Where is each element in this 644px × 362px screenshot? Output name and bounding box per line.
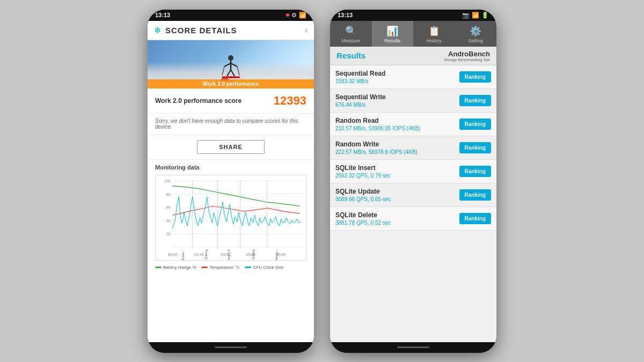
result-name-0: Sequential Read xyxy=(335,70,385,77)
results-title: Results xyxy=(336,51,365,60)
status-icons-right: 📷 📶 🔋 xyxy=(462,12,489,19)
ranking-btn-4[interactable]: Ranking xyxy=(459,166,491,177)
time-right: 13:13 xyxy=(338,12,353,18)
svg-text:Video Editing: Video Editing xyxy=(204,249,208,260)
ranking-btn-1[interactable]: Ranking xyxy=(459,95,491,106)
ranking-btn-0[interactable]: Ranking xyxy=(459,71,491,83)
home-bar-left xyxy=(148,342,314,353)
time-left: 13:13 xyxy=(155,12,170,18)
result-value-6: 3881.78 QPS, 0.52 sec xyxy=(335,220,391,226)
chart-legend: Battery charge % Temperature °C CPU Cloc… xyxy=(148,263,314,272)
home-indicator-right xyxy=(397,346,429,348)
svg-line-3 xyxy=(231,63,237,67)
share-button[interactable]: SHARE xyxy=(197,140,265,154)
chart-area: 100 80 60 40 20 2GHz 1.6GHz 1.2GHz 0.8GH… xyxy=(155,175,306,261)
share-btn-row: SHARE xyxy=(148,135,314,160)
back-icon[interactable]: ‹ xyxy=(305,25,308,35)
result-item-6: SQLite Delete 3881.78 QPS, 0.52 sec Rank… xyxy=(330,207,496,231)
measure-label: Measure xyxy=(341,38,360,43)
androbench-logo: AndroBench Storage Benchmarking Tool xyxy=(444,50,490,62)
androbench-panel: 🔍 Measure 📊 Results 📋 History ⚙️ Setting xyxy=(330,21,496,342)
result-info-2: Random Read 210.57 MB/s, 53906.05 IOPS (… xyxy=(335,117,420,131)
result-info-1: Sequential Write 676.44 MB/s xyxy=(335,93,386,108)
results-header: Results AndroBench Storage Benchmarking … xyxy=(330,47,496,65)
ranking-btn-3[interactable]: Ranking xyxy=(459,142,491,153)
status-bar-right: 13:13 📷 📶 🔋 xyxy=(330,10,496,21)
svg-text:Data Manag...: Data Manag... xyxy=(275,249,278,260)
score-header: ❄ SCORE DETAILS ‹ xyxy=(148,21,314,40)
monitoring-title: Monitoring data xyxy=(155,164,306,171)
result-info-4: SQLite Insert 2562.32 QPS, 0.79 sec xyxy=(335,164,391,179)
result-name-3: Random Write xyxy=(335,141,418,148)
status-icons-left: ⚙ 📶 xyxy=(286,12,306,19)
home-bar-right xyxy=(330,342,496,353)
svg-line-5 xyxy=(237,67,239,75)
monitoring-chart: 100 80 60 40 20 2GHz 1.6GHz 1.2GHz 0.8GH… xyxy=(156,175,306,260)
svg-line-6 xyxy=(227,70,231,76)
result-name-4: SQLite Insert xyxy=(335,164,391,172)
wifi-icon: ⚙ xyxy=(291,12,297,19)
results-list: Sequential Read 1583.32 MB/s Ranking Seq… xyxy=(330,65,496,342)
temp-legend-label: Temperature °C xyxy=(209,265,239,270)
wifi-icon-right: 📶 xyxy=(472,12,479,19)
svg-text:Web Brows...: Web Brows... xyxy=(181,249,185,260)
cpu-legend-dot xyxy=(245,267,251,268)
monitoring-section: Monitoring data xyxy=(148,160,314,175)
nav-tabs: 🔍 Measure 📊 Results 📋 History ⚙️ Setting xyxy=(330,21,496,47)
svg-line-7 xyxy=(231,70,235,76)
svg-text:60: 60 xyxy=(166,205,171,209)
result-item-2: Random Read 210.57 MB/s, 53906.05 IOPS (… xyxy=(330,113,496,136)
tab-measure[interactable]: 🔍 Measure xyxy=(330,21,372,47)
result-info-0: Sequential Read 1583.32 MB/s xyxy=(335,70,385,84)
results-tab-label: Results xyxy=(384,38,400,43)
result-item-3: Random Write 222.57 MB/s, 56978.8 IOPS (… xyxy=(330,136,496,160)
result-value-1: 676.44 MB/s xyxy=(335,102,386,108)
ranking-btn-2[interactable]: Ranking xyxy=(459,119,491,130)
score-number: 12393 xyxy=(274,94,306,108)
result-value-3: 222.57 MB/s, 56978.8 IOPS (4KB) xyxy=(335,149,418,155)
svg-text:01:40: 01:40 xyxy=(194,253,203,256)
svg-text:Photo Editing: Photo Editing xyxy=(252,249,255,260)
result-name-2: Random Read xyxy=(335,117,420,124)
status-bar-left: 13:13 ⚙ 📶 xyxy=(148,10,314,21)
battery-icon-right: 🔋 xyxy=(481,12,489,19)
score-label-text: Work 2.0 performance score xyxy=(155,97,241,105)
svg-line-2 xyxy=(224,63,231,67)
left-phone: 13:13 ⚙ 📶 ❄ SCORE DETAILS ‹ xyxy=(148,10,314,353)
legend-cpu: CPU Clock GHz xyxy=(245,265,283,270)
svg-text:100: 100 xyxy=(164,179,171,182)
result-value-0: 1583.32 MB/s xyxy=(335,78,385,84)
tab-results[interactable]: 📊 Results xyxy=(372,21,414,47)
result-item-5: SQLite Update 3089.66 QPS, 0.65 sec Rank… xyxy=(330,183,496,207)
tab-setting[interactable]: ⚙️ Setting xyxy=(455,21,497,47)
hero-image: Work 2.0 performance xyxy=(148,40,314,88)
tab-history[interactable]: 📋 History xyxy=(413,21,455,47)
svg-text:40: 40 xyxy=(166,218,171,222)
legend-battery: Battery charge % xyxy=(155,265,196,270)
result-item-0: Sequential Read 1583.32 MB/s Ranking xyxy=(330,65,496,89)
result-info-5: SQLite Update 3089.66 QPS, 0.65 sec xyxy=(335,188,391,202)
ranking-btn-6[interactable]: Ranking xyxy=(459,213,491,224)
result-info-6: SQLite Delete 3881.78 QPS, 0.52 sec xyxy=(335,211,391,226)
svg-line-4 xyxy=(222,67,224,75)
result-name-5: SQLite Update xyxy=(335,188,391,195)
results-icon: 📊 xyxy=(386,25,398,37)
result-item-1: Sequential Write 676.44 MB/s Ranking xyxy=(330,89,496,113)
svg-point-0 xyxy=(228,55,233,61)
legend-temp: Temperature °C xyxy=(201,265,239,270)
score-body: Work 2.0 performance score 12393 Sorry, … xyxy=(148,88,314,342)
result-info-3: Random Write 222.57 MB/s, 56978.8 IOPS (… xyxy=(335,141,418,155)
notification-dot xyxy=(286,13,289,17)
logo-main-text: AndroBench xyxy=(448,50,490,58)
camera-icon: 📷 xyxy=(462,12,470,19)
history-icon: 📋 xyxy=(428,25,440,37)
result-value-4: 2562.32 QPS, 0.79 sec xyxy=(335,173,391,179)
ranking-btn-5[interactable]: Ranking xyxy=(459,189,491,201)
battery-legend-label: Battery charge % xyxy=(163,265,196,270)
result-name-1: Sequential Write xyxy=(335,93,386,101)
result-name-6: SQLite Delete xyxy=(335,211,391,219)
right-screen: 🔍 Measure 📊 Results 📋 History ⚙️ Setting xyxy=(330,21,496,342)
result-value-5: 3089.66 QPS, 0.65 sec xyxy=(335,196,391,202)
history-label: History xyxy=(427,38,442,43)
measure-icon: 🔍 xyxy=(345,25,357,37)
